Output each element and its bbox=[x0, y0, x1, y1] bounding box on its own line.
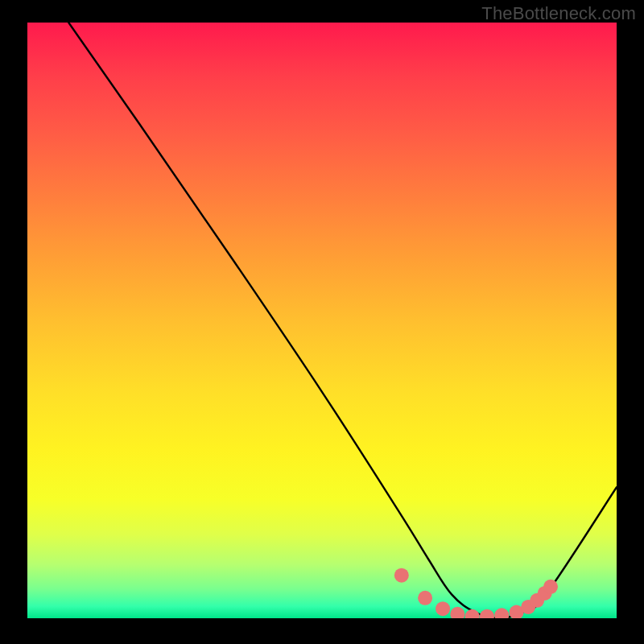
marker-group bbox=[394, 568, 558, 618]
marker-dot bbox=[543, 580, 558, 594]
marker-dot bbox=[394, 568, 409, 583]
watermark-text: TheBottleneck.com bbox=[481, 3, 636, 24]
curve-path bbox=[68, 23, 617, 618]
marker-dot bbox=[480, 609, 494, 618]
marker-dot bbox=[450, 607, 464, 618]
plot-area bbox=[27, 23, 617, 618]
marker-dot bbox=[418, 591, 432, 605]
marker-dot bbox=[494, 608, 509, 618]
chart-frame: TheBottleneck.com bbox=[0, 0, 644, 644]
marker-dot bbox=[436, 601, 450, 616]
chart-svg bbox=[27, 23, 617, 618]
marker-dot bbox=[465, 609, 480, 618]
